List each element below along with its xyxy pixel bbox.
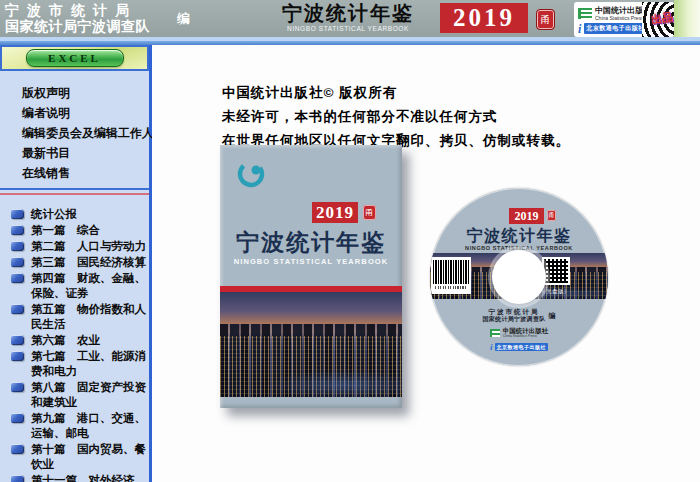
sidebar-nav-label: 第八篇 固定资产投资和建筑业 (31, 380, 146, 410)
book-icon (11, 209, 24, 219)
cd-yong-seal-icon: 甬 (547, 210, 556, 221)
cd-credits: 宁波市统计局 国家统计局宁波调查队 编 (430, 308, 608, 323)
cityscape-lights (220, 336, 402, 397)
sidebar-nav-item[interactable]: 第五篇 物价指数和人民生活 (11, 302, 146, 332)
barcode (431, 257, 471, 294)
cd-credit-line2: 国家统计局宁波调查队 (483, 316, 546, 323)
excel-button[interactable]: EXCEL (26, 49, 124, 67)
sidebar-nav-label: 第三篇 国民经济核算 (31, 255, 146, 270)
green-edge-strip (674, 0, 700, 37)
site-title: 宁波统计年鉴 (262, 1, 434, 25)
book-icon (11, 241, 24, 251)
book-icon (11, 225, 24, 235)
copyright-line: 未经许可，本书的任何部分不准以任何方式 (222, 105, 570, 129)
cd-title: 宁波统计年鉴 (430, 226, 608, 247)
sidebar-link[interactable]: 编辑委员会及编辑工作人员 (22, 123, 147, 143)
book-icon (11, 304, 24, 314)
org-line1: 宁波市统计局 (5, 2, 150, 18)
book-icon (11, 413, 24, 423)
sidebar-nav-label: 第十篇 国内贸易、餐饮业 (31, 442, 146, 472)
book-cityscape-photo (220, 292, 402, 397)
barcode-bars (433, 260, 469, 284)
site-title-block: 宁波统计年鉴 NINGBO STATISTICAL YEARBOOK (262, 1, 434, 32)
publishing-orgs: 宁波市统计局 国家统计局宁波调查队 (5, 2, 150, 34)
press-swirl-logo-icon (235, 158, 267, 190)
page: 宁波市统计局 国家统计局宁波调查队 编 宁波统计年鉴 NINGBO STATIS… (0, 0, 700, 482)
book-icon (11, 335, 24, 345)
publisher-logos-box: 中国统计出版社 China Statistics Press i 北京数通电子出… (574, 2, 674, 37)
copyright-block: 中国统计出版社© 版权所有未经许可，本书的任何部分不准以任何方式在世界任何地区以… (222, 81, 570, 153)
sidebar-link[interactable]: 版权声明 (22, 83, 147, 103)
org-line2: 国家统计局宁波调查队 (5, 18, 150, 34)
book-icon (11, 382, 24, 392)
book-cover-image: 2019 甬 宁波统计年鉴 NINGBO STATISTICAL YEARBOO… (220, 145, 402, 408)
sidebar-nav-label: 第二篇 人口与劳动力 (31, 239, 146, 254)
cd-credit-line1: 宁波市统计局 (483, 308, 546, 316)
sidebar-nav-item[interactable]: 第一篇 综合 (11, 223, 146, 238)
book-icon (11, 351, 24, 361)
produce-badge: 出品 (650, 9, 674, 28)
sidebar-nav: 统计公报第一篇 综合第二篇 人口与劳动力第三篇 国民经济核算第四篇 财政、金融、… (0, 195, 149, 482)
cd-press1-logo: 中国统计出版社 China Statistics Press (430, 327, 608, 338)
china-statistics-press-icon (578, 8, 592, 19)
copyright-line: 中国统计出版社© 版权所有 (222, 81, 570, 105)
year-badge: 2019 (440, 3, 528, 33)
cd-editor-label: 编 (549, 311, 556, 321)
book-icon (11, 273, 24, 283)
sidebar-nav-item[interactable]: 第二篇 人口与劳动力 (11, 239, 146, 254)
china-statistics-press-logo: 中国统计出版社 China Statistics Press (578, 6, 651, 21)
sidebar-nav-label: 第十一篇 对外经济、旅游 (31, 473, 146, 482)
cd-press1-en: China Statistics Press (503, 334, 549, 338)
sidebar-nav-item[interactable]: 第八篇 固定资产投资和建筑业 (11, 380, 146, 410)
sidebar-nav-item[interactable]: 统计公报 (11, 207, 146, 222)
barcode-number (435, 286, 467, 289)
cd-press1-cn: 中国统计出版社 (503, 327, 549, 334)
sidebar-nav-label: 第六篇 农业 (31, 333, 100, 348)
sidebar-nav-item[interactable]: 第三篇 国民经济核算 (11, 255, 146, 270)
site-subtitle: NINGBO STATISTICAL YEARBOOK (262, 25, 434, 32)
cd-press2-cn: 北京数通电子出版社 (495, 343, 549, 351)
sidebar-nav-item[interactable]: 第十一篇 对外经济、旅游 (11, 473, 146, 482)
beijing-info-press-logo: i 北京数通电子出版社 (578, 23, 647, 34)
sidebar-nav-label: 第七篇 工业、能源消费和电力 (31, 349, 146, 379)
book-subtitle: NINGBO STATISTICAL YEARBOOK (220, 257, 402, 266)
book-yong-seal-icon: 甬 (363, 205, 376, 220)
sidebar-nav-label: 第一篇 综合 (31, 223, 100, 238)
sidebar-nav-label: 第四篇 财政、金融、保险、证券 (31, 271, 146, 301)
sidebar-nav-label: 统计公报 (31, 207, 77, 222)
sidebar-link[interactable]: 在线销售 (22, 163, 147, 183)
header-bar: 宁波市统计局 国家统计局宁波调查队 编 宁波统计年鉴 NINGBO STATIS… (0, 0, 700, 37)
sidebar-link[interactable]: 编者说明 (22, 103, 147, 123)
sidebar-nav-item[interactable]: 第六篇 农业 (11, 333, 146, 348)
info-press-icon: i (578, 24, 581, 34)
cd-center-hole (492, 250, 546, 304)
sidebar: EXCEL 版权声明编者说明编辑委员会及编辑工作人员最新书目在线销售 统计公报第… (0, 45, 152, 482)
book-icon (11, 257, 24, 267)
sidebar-nav-item[interactable]: 第四篇 财政、金融、保险、证券 (11, 271, 146, 301)
rays-decoration: 出品 (642, 2, 674, 37)
cd-press1-icon (490, 329, 500, 337)
sidebar-links: 版权声明编者说明编辑委员会及编辑工作人员最新书目在线销售 (0, 71, 149, 190)
excel-panel: EXCEL (0, 45, 149, 71)
sidebar-link[interactable]: 最新书目 (22, 143, 147, 163)
editor-label: 编 (177, 10, 190, 28)
sidebar-nav-label: 第五篇 物价指数和人民生活 (31, 302, 146, 332)
cd-disc-image: 2019 甬 宁波统计年鉴 NINGBO STATISTICAL YEARBOO… (430, 188, 608, 366)
main-content: 中国统计出版社© 版权所有未经许可，本书的任何部分不准以任何方式在世界任何地区以… (152, 45, 700, 482)
book-title: 宁波统计年鉴 (220, 227, 402, 258)
yong-seal-icon: 甬 (536, 9, 555, 30)
sidebar-nav-item[interactable]: 第九篇 港口、交通、运输、邮电 (11, 411, 146, 441)
cd-press2-icon: i (490, 343, 493, 351)
sidebar-nav-item[interactable]: 第七篇 工业、能源消费和电力 (11, 349, 146, 379)
book-icon (11, 475, 24, 482)
book-icon (11, 444, 24, 454)
sidebar-nav-item[interactable]: 第十篇 国内贸易、餐饮业 (11, 442, 146, 472)
cd-year-badge: 2019 (509, 208, 544, 224)
press2-name-cn: 北京数通电子出版社 (584, 23, 647, 34)
sidebar-nav-label: 第九篇 港口、交通、运输、邮电 (31, 411, 146, 441)
cd-press2-logo: i 北京数通电子出版社 (430, 343, 608, 351)
book-year-badge: 2019 (312, 202, 358, 223)
